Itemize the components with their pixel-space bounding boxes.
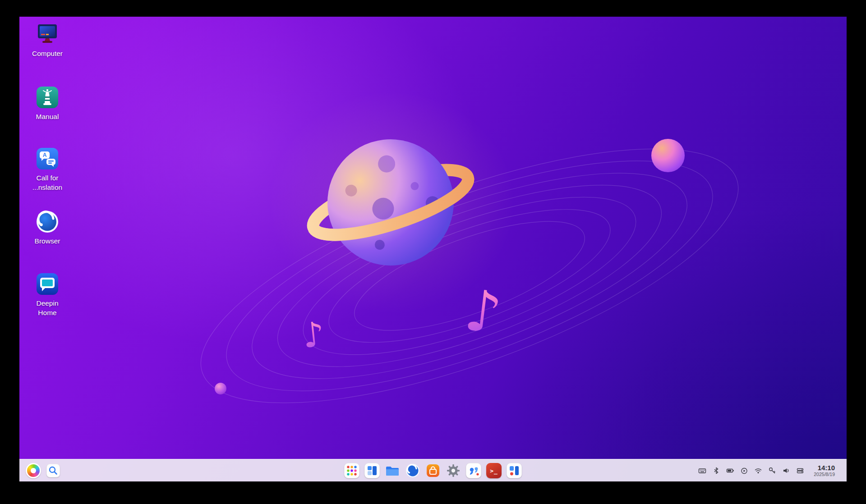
keyboard-icon — [698, 467, 706, 475]
desktop-icon-label: Manual — [36, 112, 59, 122]
terminal-prompt-glyph: >_ — [490, 467, 498, 474]
battery-icon — [726, 467, 734, 475]
desktop-icon-label: Browser — [35, 237, 60, 246]
translation-char: A — [43, 152, 47, 158]
speaker-icon — [782, 467, 790, 475]
keyboard-tray-icon[interactable] — [698, 467, 706, 475]
dock-icon-widgets[interactable] — [507, 463, 522, 478]
label-line-1: Computer — [32, 50, 63, 57]
desktop-icon-computer[interactable]: Computer — [22, 22, 73, 59]
password-key-tray-icon[interactable] — [768, 467, 776, 475]
label-line-1: Browser — [35, 237, 60, 245]
deepin-home-icon — [35, 272, 60, 296]
drive-tray-icon[interactable] — [796, 467, 804, 475]
clock[interactable]: 14:10 2025/8/19 — [814, 464, 835, 477]
desktop-icon-browser[interactable]: Browser — [22, 210, 73, 246]
clock-date: 2025/8/19 — [814, 472, 835, 477]
browser-dock-icon — [405, 463, 420, 478]
desktop[interactable]: ♪ ♪ — [19, 17, 847, 481]
search-button[interactable] — [46, 464, 60, 477]
launcher-grid-icon — [344, 463, 359, 478]
small-planet-bottom-left — [215, 383, 226, 394]
dock-icon-app-store[interactable] — [425, 463, 441, 478]
dock-icon-multitasking[interactable] — [364, 463, 380, 478]
widgets-icon — [507, 463, 522, 478]
label-line-1: Call for — [36, 174, 58, 182]
desktop-icon-manual[interactable]: Manual — [22, 85, 73, 122]
wallpaper-art — [19, 17, 847, 481]
dock-icon-browser[interactable] — [405, 463, 420, 478]
small-planet-top-right — [651, 139, 685, 172]
browser-icon — [35, 210, 60, 234]
wifi-icon — [754, 467, 762, 475]
wifi-tray-icon[interactable] — [754, 467, 762, 475]
label-line-1: Deepin — [36, 299, 58, 307]
dock-icon-control-center[interactable] — [446, 463, 461, 478]
ringed-planet-illustration — [294, 117, 488, 288]
dock-icon-terminal[interactable]: >_ — [486, 463, 502, 478]
label-line-2: ...nslation — [32, 183, 62, 191]
screen: ♪ ♪ — [0, 0, 866, 504]
dock-app-section: >_ — [344, 459, 522, 481]
multitasking-icon — [364, 463, 380, 478]
app-store-icon — [425, 463, 441, 478]
taskbar: >_ — [19, 459, 847, 481]
dock-left-section — [26, 459, 60, 481]
clock-time: 14:10 — [818, 464, 835, 472]
search-icon — [46, 464, 60, 477]
launcher-button[interactable] — [26, 463, 41, 478]
bluetooth-tray-icon[interactable] — [712, 467, 720, 475]
label-line-2: Home — [38, 309, 56, 316]
file-manager-icon — [385, 463, 400, 478]
battery-tray-icon[interactable] — [726, 467, 734, 475]
desktop-icon-label: Computer — [32, 49, 63, 59]
music-note-small: ♪ — [301, 317, 326, 353]
translation-icon: A — [35, 147, 60, 171]
music-note-large: ♪ — [462, 282, 505, 343]
bluetooth-icon — [712, 467, 720, 475]
drive-icon — [796, 467, 804, 475]
dock-icon-launcher-grid[interactable] — [344, 463, 359, 478]
desktop-icon-call-for-translation[interactable]: A Call for ...nslation — [22, 147, 73, 192]
system-tray: 14:10 2025/8/19 — [698, 459, 835, 481]
desktop-icon-label: Call for ...nslation — [32, 174, 62, 192]
key-icon — [768, 467, 776, 475]
power-icon — [740, 467, 748, 475]
dock-icon-voice-notes[interactable] — [466, 463, 481, 478]
power-tray-icon[interactable] — [740, 467, 748, 475]
gear-icon — [446, 463, 461, 478]
voice-notes-icon — [466, 463, 481, 478]
computer-icon — [35, 22, 60, 46]
dock-icon-file-manager[interactable] — [385, 463, 400, 478]
label-line-1: Manual — [36, 113, 59, 120]
desktop-icon-deepin-home[interactable]: Deepin Home — [22, 272, 73, 318]
manual-icon — [35, 85, 60, 110]
desktop-icon-label: Deepin Home — [36, 299, 58, 318]
volume-tray-icon[interactable] — [782, 467, 790, 475]
